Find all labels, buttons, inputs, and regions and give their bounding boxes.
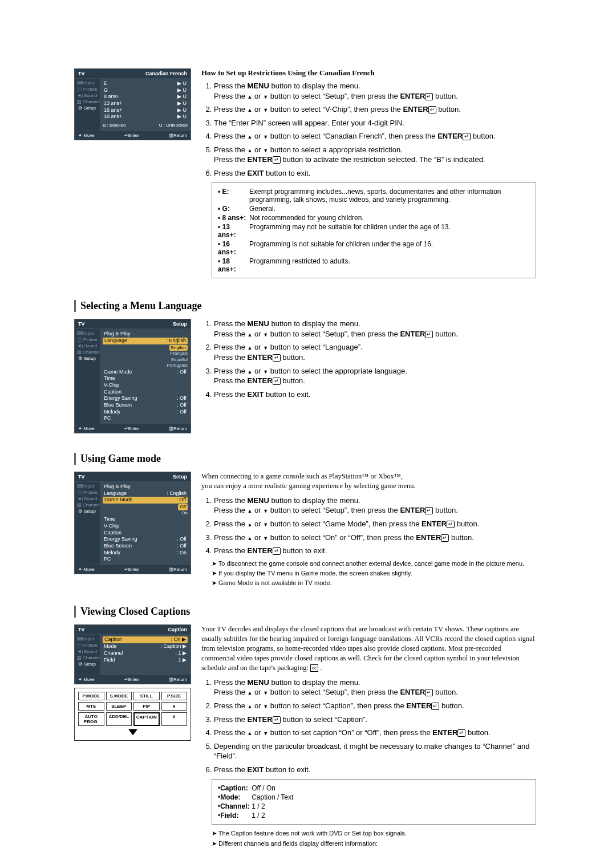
- osd-row: V-Chip: [103, 523, 188, 530]
- osd-side-item: ⚙Setup: [75, 355, 100, 362]
- step-item: Press the MENU button to display the men…: [214, 81, 536, 101]
- step-item: Press the or button to select “Caption”,…: [214, 701, 536, 711]
- remote-button: S.MODE: [106, 692, 132, 700]
- tv-osd-language: TVSetup ⌨Input▢Picture◄)Sound▧Channel⚙Se…: [74, 319, 191, 433]
- osd-row: Caption: On ▶: [103, 636, 188, 643]
- arrow-note: If you display the TV menu in Game mode,…: [212, 569, 536, 577]
- intro-captions: Your TV decodes and displays the closed …: [201, 624, 536, 672]
- osd-row: PC: [103, 415, 188, 422]
- notes-list: To disconnect the game console and conne…: [212, 559, 536, 587]
- remote-button: STILL: [133, 692, 160, 700]
- tv-osd-canadian-french: TVCanadian French ⌨Input▢Picture◄)Sound▧…: [74, 68, 191, 140]
- osd-side-item: ▢Picture: [75, 642, 100, 648]
- step-item: Press the MENU button to display the men…: [214, 677, 536, 697]
- steps-list: Press the MENU button to display the men…: [201, 677, 536, 774]
- osd-side-item: ◄)Sound: [75, 92, 100, 99]
- step-item: Press the MENU button to display the men…: [214, 496, 536, 516]
- osd-side-item: ⌨Input: [75, 483, 100, 489]
- osd-option: Off: [178, 504, 188, 510]
- osd-row: Mode: Caption ▶: [103, 643, 188, 650]
- osd-row: Melody: On: [103, 550, 188, 557]
- section-canadian-french: TVCanadian French ⌨Input▢Picture◄)Sound▧…: [74, 68, 536, 283]
- section-closed-captions: TVCaption ⌨Input▢Picture◄)Sound▧Channel⚙…: [74, 624, 536, 848]
- osd-row: Caption: [103, 389, 188, 396]
- osd-side-item: ▧Channel: [75, 502, 100, 508]
- osd-option: English: [169, 345, 188, 351]
- osd-row: Plug & Play: [103, 484, 188, 490]
- remote-button: ∨: [161, 712, 188, 726]
- step-item: Press the or button to select “Game Mode…: [214, 519, 536, 529]
- step-item: Press the EXIT button to exit.: [214, 168, 536, 178]
- osd-side-item: ◄)Sound: [75, 648, 100, 655]
- osd-side-item: ▧Channel: [75, 99, 100, 105]
- remote-button: SLEEP: [106, 702, 132, 711]
- osd-row: 13 ans+▶ U: [103, 100, 188, 107]
- remote-control-diagram: P.MODES.MODESTILLP.SIZEMTSSLEEPPIP∧AUTO …: [74, 688, 191, 741]
- osd-side-item: ▢Picture: [75, 336, 100, 343]
- step-item: Press the ENTER button to exit.: [214, 546, 536, 556]
- osd-row: Blue Screen: Off: [103, 543, 188, 550]
- osd-row: Game Mode: Off: [103, 497, 188, 504]
- osd-side-item: ▧Channel: [75, 349, 100, 355]
- osd-side-item: ◄)Sound: [75, 343, 100, 349]
- osd-row: 8 ans+▶ U: [103, 94, 188, 100]
- osd-option: Español: [134, 357, 188, 363]
- remote-button: CAPTION: [133, 712, 160, 726]
- note-row: • G:General.: [218, 205, 530, 213]
- step-item: Press the or button to select “Language”…: [214, 342, 536, 362]
- arrow-note: Different channels and fields display di…: [212, 839, 536, 848]
- step-item: The “Enter PIN” screen will appear. Ente…: [214, 118, 536, 128]
- steps-list: Press the MENU button to display the men…: [201, 81, 536, 178]
- intro-game-mode: When connecting to a game console such a…: [201, 472, 536, 491]
- arrow-note: The Caption feature does not work with D…: [212, 829, 536, 837]
- osd-option: Français: [134, 351, 188, 356]
- step-item: Press the MENU button to display the men…: [214, 319, 536, 339]
- remote-button: P.MODE: [78, 692, 104, 700]
- step-item: Depending on the particular broadcast, i…: [214, 741, 536, 761]
- step-item: Press the EXIT button to exit.: [214, 389, 536, 400]
- osd-side-item: ⚙Setup: [75, 105, 100, 111]
- osd-row: V-Chip: [103, 382, 188, 389]
- step-item: Press the or button to select “V-Chip”, …: [214, 104, 536, 115]
- remote-button: ADD/DEL: [106, 712, 132, 726]
- osd-side-item: ⚙Setup: [75, 661, 100, 667]
- osd-option: On: [134, 510, 188, 516]
- remote-button: AUTO PROG.: [78, 712, 104, 726]
- step-item: Press the or button to select a appropri…: [214, 145, 536, 165]
- note-row: • E:Exempt programming includes...news, …: [218, 188, 530, 204]
- osd-row: 18 ans+▶ U: [103, 113, 188, 120]
- osd-row: E▶ U: [103, 80, 188, 87]
- step-item: Press the or button to select “Canadian …: [214, 131, 536, 141]
- note-row: • 8 ans+:Not recommended for young child…: [218, 214, 530, 222]
- osd-row: Energy Saving: Off: [103, 395, 188, 402]
- osd-option: Português: [134, 363, 188, 368]
- osd-side-item: ⌨Input: [75, 80, 100, 86]
- osd-side-item: ⚙Setup: [75, 508, 100, 514]
- remote-button: MTS: [78, 702, 104, 711]
- note-row: • Caption:Off / On: [218, 784, 530, 792]
- step-item: Press the EXIT button to exit.: [214, 765, 536, 775]
- note-row: • Mode:Caption / Text: [218, 793, 530, 801]
- manual-page: TVCanadian French ⌨Input▢Picture◄)Sound▧…: [0, 0, 616, 848]
- section-title-game-mode: Using Game mode: [74, 453, 536, 465]
- step-item: Press the or button to select “On” or “O…: [214, 533, 536, 543]
- note-row: • 13 ans+:Programming may not be suitabl…: [218, 223, 530, 239]
- remote-button: P.SIZE: [161, 692, 188, 700]
- osd-row: PC: [103, 556, 188, 563]
- osd-row: Time: [103, 375, 188, 382]
- note-row: • Channel:1 / 2: [218, 802, 530, 810]
- osd-row: 16 ans+▶ U: [103, 107, 188, 114]
- note-row: • 18 ans+:Programming restricted to adul…: [218, 257, 530, 273]
- osd-row: Channel: 1 ▶: [103, 650, 188, 657]
- note-row: • Field:1 / 2: [218, 812, 530, 819]
- osd-side-item: ▢Picture: [75, 489, 100, 496]
- osd-side-item: ◄)Sound: [75, 496, 100, 502]
- osd-row: Language: English: [103, 490, 188, 497]
- steps-list: Press the MENU button to display the men…: [201, 319, 536, 399]
- osd-row: G▶ U: [103, 87, 188, 94]
- osd-side-item: ⌨Input: [75, 636, 100, 642]
- note-row: • 16 ans+:Programming is not suitable fo…: [218, 240, 530, 256]
- remote-pointer-icon: [78, 728, 187, 737]
- arrow-note: Game Mode is not available in TV mode.: [212, 579, 536, 587]
- remote-button: ∧: [161, 702, 188, 711]
